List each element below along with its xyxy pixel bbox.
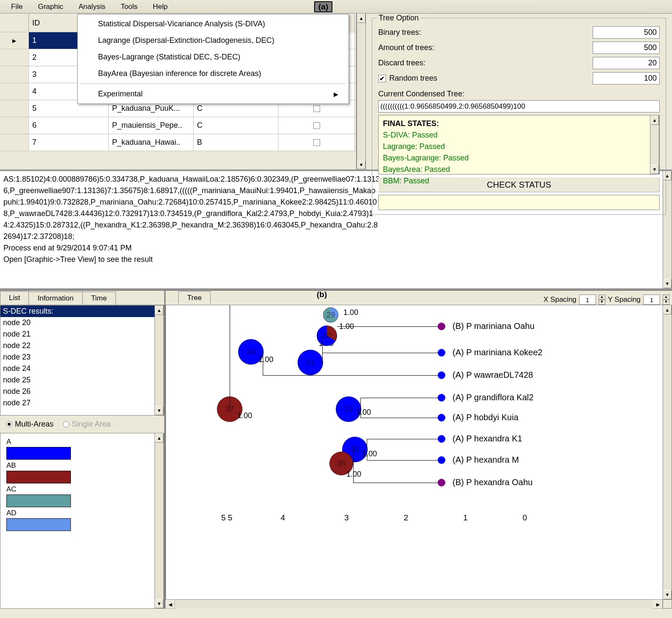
node-support-value: 1.00: [362, 449, 377, 458]
grid-scrollbar[interactable]: ▲ ▼: [357, 14, 366, 169]
axis-tick: 5 5: [221, 513, 232, 522]
list-scrollbar[interactable]: ▲ ▼: [155, 306, 164, 415]
radio-multi-areas[interactable]: Multi-Areas: [6, 420, 53, 429]
tip-dot[interactable]: [438, 479, 445, 486]
tab-time[interactable]: Time: [82, 292, 116, 305]
scroll-up-icon[interactable]: ▲: [663, 305, 672, 315]
list-item[interactable]: node 20: [0, 317, 155, 329]
left-tabbar: List Information Time: [0, 291, 164, 305]
list-item[interactable]: node 24: [0, 363, 155, 374]
menu-help[interactable]: Help: [145, 1, 175, 13]
resize-grip-icon[interactable]: [663, 599, 672, 609]
list-item[interactable]: node 26: [0, 386, 155, 397]
xspacing-input[interactable]: [579, 295, 596, 305]
dd-bayeslagrange[interactable]: Bayes-Lagrange (Statistical DEC, S-DEC): [78, 49, 349, 65]
radio-single-area[interactable]: Single Area: [63, 420, 111, 429]
row-checkbox[interactable]: [313, 105, 320, 112]
menu-graphic[interactable]: Graphic: [30, 1, 71, 13]
tree-vscrollbar[interactable]: ▲ ▼: [663, 305, 672, 599]
internal-node[interactable]: 29: [323, 307, 338, 323]
menu-file[interactable]: File: [3, 1, 30, 13]
internal-node[interactable]: 31: [298, 350, 323, 375]
tip-label: (A) P mariniana Kokee2: [453, 348, 543, 357]
list-item[interactable]: node 23: [0, 351, 155, 363]
axis-tick: 0: [523, 513, 527, 522]
yspacing-spinner[interactable]: ▲▼: [663, 295, 669, 305]
scroll-down-icon[interactable]: ▼: [357, 160, 366, 169]
row-checkbox[interactable]: [313, 139, 320, 146]
tab-information[interactable]: Information: [28, 292, 82, 305]
tip-label: (A) P wawraeDL7428: [453, 370, 533, 380]
tip-label: (A) P hobdyi Kuia: [453, 413, 518, 422]
scroll-up-icon[interactable]: ▲: [357, 14, 366, 23]
legend-item[interactable]: AB: [6, 461, 149, 483]
tip-label: (B) P mariniana Oahu: [453, 321, 534, 331]
analysis-dropdown: Statistical Dispersal-Vicariance Analysi…: [77, 14, 349, 104]
menu-tools[interactable]: Tools: [113, 1, 145, 13]
menu-analysis[interactable]: Analysis: [71, 1, 113, 13]
tip-dot[interactable]: [438, 456, 445, 464]
scroll-down-icon[interactable]: ▼: [663, 279, 672, 288]
scroll-down-icon[interactable]: ▼: [155, 406, 163, 415]
condensed-tree-input[interactable]: [378, 100, 660, 112]
scroll-up-icon[interactable]: ▲: [155, 433, 163, 443]
tip-dot[interactable]: [438, 349, 445, 357]
tree-option-panel: Tree Option Binary trees: Amount of tree…: [366, 14, 672, 169]
tree-hscrollbar[interactable]: ◀ ▶: [166, 599, 663, 609]
legend-item[interactable]: AC: [6, 485, 149, 507]
dd-bayarea[interactable]: BayArea (Bayesian inference for discrete…: [78, 65, 349, 82]
random-trees-label: Random trees: [389, 74, 437, 83]
discard-trees-input[interactable]: [593, 57, 660, 69]
legend-box: AABACAD ▲ ▼: [0, 433, 164, 609]
node-support-value: 1.00: [346, 470, 361, 479]
node-support-value: 1.00: [259, 355, 273, 364]
table-row[interactable]: 7P_kaduana_Hawai..B: [0, 134, 356, 151]
status-strip: [378, 195, 660, 210]
amount-trees-input[interactable]: [593, 42, 660, 54]
tree-canvas[interactable]: (B) P mariniana Oahu(A) P mariniana Koke…: [166, 305, 663, 599]
scroll-down-icon[interactable]: ▼: [663, 590, 672, 599]
legend-item[interactable]: A: [6, 438, 149, 460]
node-listbox[interactable]: S-DEC results:node 20node 21node 22node …: [0, 305, 164, 416]
tab-list[interactable]: List: [0, 291, 29, 305]
dd-sdiva[interactable]: Statistical Dispersal-Vicariance Analysi…: [78, 16, 349, 32]
status-bayesarea: BayesArea: Passed: [383, 164, 646, 175]
dd-lagrange[interactable]: Lagrange (Dispersal-Extinction-Cladogene…: [78, 32, 349, 49]
yspacing-input[interactable]: [643, 295, 660, 305]
dd-experimental[interactable]: Experimental ▶: [78, 86, 349, 102]
tab-tree[interactable]: Tree: [178, 291, 211, 305]
tip-dot[interactable]: [438, 323, 445, 330]
panel-tag-a: (a): [314, 1, 332, 12]
list-item[interactable]: node 22: [0, 340, 155, 351]
random-trees-checkbox[interactable]: ✔: [378, 75, 386, 82]
status-sdiva: S-DIVA: Passed: [383, 129, 646, 141]
tip-dot[interactable]: [438, 414, 445, 421]
legend-scrollbar[interactable]: ▲ ▼: [155, 433, 164, 608]
axis-tick: 4: [281, 513, 285, 522]
scroll-right-icon[interactable]: ▶: [653, 600, 663, 609]
condensed-tree-label: Current Condensed Tree:: [378, 90, 464, 98]
final-states-title: FINAL STATES:: [383, 118, 646, 129]
list-item[interactable]: node 21: [0, 329, 155, 340]
internal-node[interactable]: 30: [317, 326, 337, 346]
scroll-up-icon[interactable]: ▲: [155, 306, 163, 315]
scroll-left-icon[interactable]: ◀: [166, 600, 175, 609]
list-item[interactable]: node 27: [0, 397, 155, 409]
scroll-up-icon[interactable]: ▲: [650, 115, 659, 125]
status-lagrange: Lagrange: Passed: [383, 141, 646, 152]
row-checkbox[interactable]: [313, 122, 320, 129]
tip-dot[interactable]: [438, 371, 445, 379]
list-item[interactable]: node 25: [0, 374, 155, 386]
random-trees-input[interactable]: [593, 72, 660, 84]
xspacing-spinner[interactable]: ▲▼: [599, 295, 605, 305]
status-scrollbar[interactable]: ▲ ▼: [650, 115, 659, 174]
discard-trees-label: Discard trees:: [378, 59, 425, 67]
legend-item[interactable]: AD: [6, 509, 149, 531]
scroll-down-icon[interactable]: ▼: [155, 599, 163, 608]
tip-dot[interactable]: [438, 435, 445, 443]
binary-trees-input[interactable]: [593, 26, 660, 39]
table-row[interactable]: 6P_mauiensis_Pepe..C: [0, 117, 356, 134]
scroll-down-icon[interactable]: ▼: [650, 165, 659, 174]
status-bayeslagrange: Bayes-Lagrange: Passed: [383, 152, 646, 164]
tip-dot[interactable]: [438, 394, 445, 402]
